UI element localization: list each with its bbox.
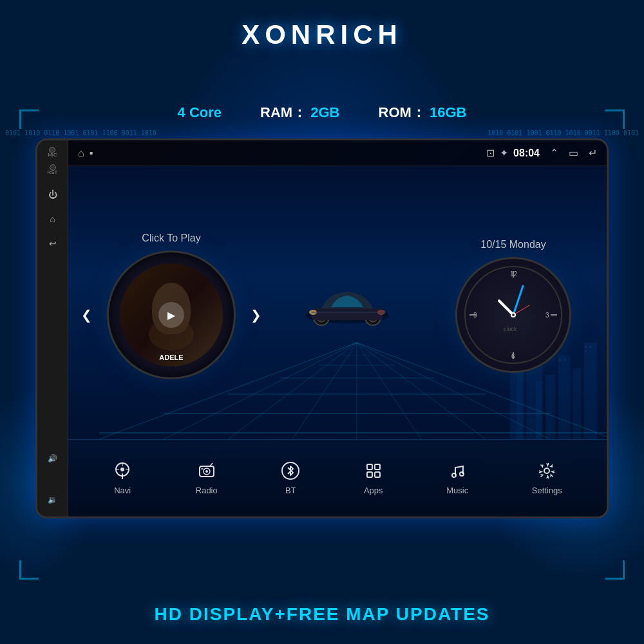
music-section: Click To Play ❮ ADELE ▶ ❯ (81, 232, 261, 379)
bluetooth-icon: ✦ (500, 147, 508, 159)
svg-text:clock: clock (504, 326, 517, 332)
binary-decoration-left: 0101 1010 0110 1001 0101 1100 0011 1010 (5, 129, 156, 138)
back-nav-icon[interactable]: ↵ (589, 147, 597, 159)
clock-container: 12 3 6 9 clock (455, 257, 571, 373)
corner-bracket-tr (605, 109, 625, 129)
bt-label: BT (285, 486, 296, 495)
bottom-nav: Navi Radio BT (68, 439, 607, 516)
svg-rect-67 (375, 472, 380, 477)
core-spec: 4 Core (178, 104, 222, 121)
clock-time: 08:04 (513, 147, 540, 159)
music-icon (448, 461, 467, 480)
svg-line-52 (513, 286, 523, 315)
home-nav-icon[interactable]: ⌂ (78, 147, 84, 159)
rst-label: RST (48, 169, 58, 175)
svg-rect-37 (312, 308, 383, 320)
car-image (299, 280, 395, 332)
svg-rect-62 (201, 468, 204, 469)
device: MIC RST ⏻ ⌂ ↩ 🔊 🔉 ⌂ ▪ ⊡ ✦ 08:04 ⌃ ▭ ↵ (35, 138, 609, 518)
svg-text:6: 6 (511, 353, 515, 360)
rom-label: ROM： (379, 104, 426, 120)
next-button[interactable]: ❯ (251, 307, 261, 323)
back-button[interactable]: ↩ (43, 233, 63, 254)
main-content: Click To Play ❮ ADELE ▶ ❯ (68, 173, 607, 439)
corner-bracket-br (605, 560, 625, 580)
nav-apps[interactable]: Apps (354, 455, 393, 502)
ram-spec: RAM： 2GB (260, 103, 339, 122)
album-art-container[interactable]: ADELE ▶ (107, 251, 236, 379)
svg-rect-64 (367, 464, 372, 469)
menu-icon[interactable]: ▭ (569, 147, 578, 159)
svg-rect-65 (375, 464, 380, 469)
date-display: 10/15 Monday (480, 239, 545, 251)
svg-line-51 (499, 301, 513, 315)
click-to-play-label: Click To Play (142, 232, 200, 244)
specs-bar: 4 Core RAM： 2GB ROM： 16GB (178, 103, 467, 122)
settings-icon (537, 461, 556, 480)
svg-text:3: 3 (545, 312, 549, 319)
brand-logo: XONRICH (242, 19, 402, 50)
nav-music[interactable]: Music (437, 455, 478, 502)
up-icon: ⌃ (550, 147, 558, 159)
nav-settings[interactable]: Settings (522, 455, 572, 502)
side-panel: MIC RST ⏻ ⌂ ↩ 🔊 🔉 (37, 140, 68, 516)
screen: ⌂ ▪ ⊡ ✦ 08:04 ⌃ ▭ ↵ (68, 140, 607, 516)
svg-point-60 (205, 470, 208, 473)
vol-up-button[interactable]: 🔊 (43, 448, 63, 469)
corner-bracket-bl (19, 560, 39, 580)
navi-icon (113, 461, 132, 480)
navi-label: Navi (114, 486, 131, 495)
ram-label: RAM： (260, 104, 307, 120)
power-button[interactable]: ⏻ (43, 184, 63, 205)
prev-button[interactable]: ❮ (81, 307, 92, 323)
settings-label: Settings (532, 486, 562, 495)
svg-point-57 (120, 468, 124, 471)
clock-section: 10/15 Monday 12 3 6 9 (433, 239, 594, 373)
music-label: Music (446, 486, 468, 495)
svg-point-55 (512, 314, 515, 316)
binary-decoration-right: 1010 0101 1001 0110 1010 0011 1100 0101 (488, 129, 639, 138)
nav-navi[interactable]: Navi (103, 455, 142, 502)
ram-value: 2GB (310, 104, 339, 120)
svg-point-69 (460, 472, 464, 476)
cast-icon: ⊡ (486, 147, 495, 159)
svg-point-68 (452, 473, 456, 477)
radio-icon (197, 461, 216, 480)
svg-text:9: 9 (473, 312, 477, 319)
tagline: HD DISPLAY+FREE MAP UPDATES (154, 604, 489, 625)
artist-name: ADELE (159, 354, 183, 361)
apps-label: Apps (364, 486, 383, 495)
square-nav-icon[interactable]: ▪ (90, 147, 93, 159)
apps-icon (364, 461, 383, 480)
clock-face: 12 3 6 9 clock (462, 263, 565, 366)
svg-rect-66 (367, 472, 372, 477)
rom-value: 16GB (430, 104, 466, 120)
bt-icon (281, 461, 300, 480)
corner-bracket-tl (19, 109, 39, 129)
nav-bt[interactable]: BT (271, 455, 310, 502)
nav-radio[interactable]: Radio (186, 455, 227, 502)
rom-spec: ROM： 16GB (379, 103, 467, 122)
car-center (261, 280, 433, 332)
mic-label: MIC (48, 152, 57, 158)
radio-label: Radio (196, 486, 218, 495)
play-button[interactable]: ▶ (158, 302, 184, 328)
home-button[interactable]: ⌂ (43, 209, 63, 229)
svg-text:12: 12 (510, 270, 518, 278)
svg-point-70 (544, 468, 549, 473)
vol-down-button[interactable]: 🔉 (43, 489, 63, 510)
status-bar: ⌂ ▪ ⊡ ✦ 08:04 ⌃ ▭ ↵ (68, 140, 607, 166)
